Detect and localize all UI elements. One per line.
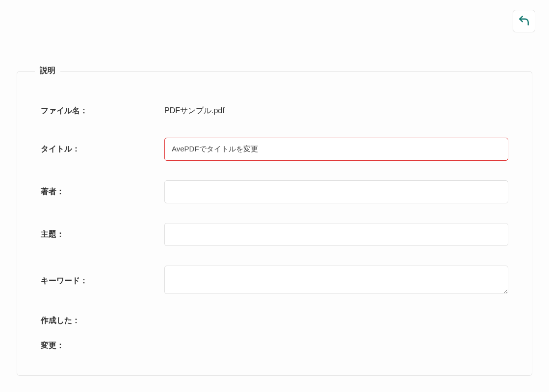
title-row: タイトル： <box>41 138 508 161</box>
created-row: 作成した： <box>41 316 508 326</box>
subject-row: 主題： <box>41 223 508 246</box>
fieldset-legend: 説明 <box>35 66 60 76</box>
subject-label: 主題： <box>41 229 164 240</box>
title-label: タイトル： <box>41 144 164 154</box>
back-arrow-icon <box>518 14 530 28</box>
author-input[interactable] <box>164 180 508 203</box>
created-label: 作成した： <box>41 316 164 326</box>
filename-value: PDFサンプル.pdf <box>164 106 225 116</box>
keywords-input[interactable] <box>164 266 508 294</box>
back-button[interactable] <box>513 10 535 32</box>
modified-row: 変更： <box>41 341 508 351</box>
author-row: 著者： <box>41 180 508 203</box>
keywords-input-wrap <box>164 266 508 296</box>
author-label: 著者： <box>41 187 164 197</box>
filename-row: ファイル名： PDFサンプル.pdf <box>41 106 508 116</box>
keywords-label: キーワード： <box>41 276 164 286</box>
description-fieldset: 説明 ファイル名： PDFサンプル.pdf タイトル： 著者： 主題： キーワー… <box>17 71 532 376</box>
keywords-row: キーワード： <box>41 266 508 296</box>
filename-label: ファイル名： <box>41 106 164 116</box>
subject-input-wrap <box>164 223 508 246</box>
modified-label: 変更： <box>41 341 164 351</box>
author-input-wrap <box>164 180 508 203</box>
title-input-wrap <box>164 138 508 161</box>
subject-input[interactable] <box>164 223 508 246</box>
title-input[interactable] <box>164 138 508 161</box>
